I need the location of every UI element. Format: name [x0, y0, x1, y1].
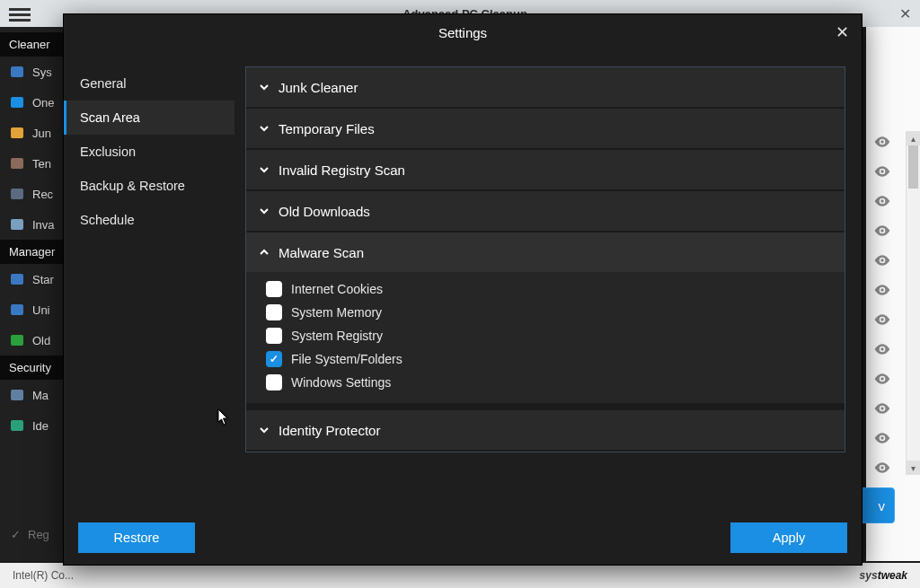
sidebar-item-icon	[9, 155, 25, 171]
sidebar-item-label: Old	[32, 334, 50, 347]
scroll-up-icon[interactable]: ▴	[907, 131, 920, 145]
visibility-eye-icon[interactable]	[873, 370, 891, 388]
chevron-down-icon	[259, 164, 270, 175]
checkbox[interactable]	[266, 304, 282, 320]
sidebar-item-label: Rec	[32, 188, 53, 201]
section-title: Junk Cleaner	[279, 80, 358, 95]
section-header[interactable]: Temporary Files	[246, 109, 845, 148]
section-title: Invalid Registry Scan	[279, 162, 405, 178]
cpu-label: Intel(R) Co...	[13, 569, 74, 582]
sidebar-item-icon	[9, 387, 25, 403]
visibility-eye-icon[interactable]	[873, 340, 891, 358]
chevron-down-icon	[259, 123, 270, 134]
scrollbar[interactable]: ▴ ▾	[906, 131, 920, 475]
sidebar-item-label: One	[32, 96, 55, 110]
scroll-thumb[interactable]	[908, 145, 918, 189]
checkbox-row[interactable]: System Registry	[266, 328, 828, 344]
brand-logo: systweak	[860, 569, 907, 582]
visibility-eye-icon[interactable]	[873, 429, 891, 447]
visibility-eye-icon[interactable]	[873, 459, 891, 477]
apply-button[interactable]: Apply	[730, 522, 847, 553]
restore-button[interactable]: Restore	[78, 522, 195, 553]
svg-rect-1	[11, 97, 23, 108]
settings-modal: Settings ✕ GeneralScan AreaExclusionBack…	[63, 13, 862, 566]
sidebar-item-icon	[9, 417, 25, 434]
sidebar-item-icon	[9, 125, 25, 141]
settings-nav-item[interactable]: Scan Area	[64, 101, 234, 135]
settings-nav-item[interactable]: Backup & Restore	[64, 169, 234, 203]
visibility-eye-icon[interactable]	[873, 192, 891, 210]
section-title: Malware Scan	[279, 245, 364, 260]
sidebar-item-label: Jun	[32, 127, 51, 140]
section-header[interactable]: Old Downloads	[246, 191, 845, 231]
right-gutter: ▴ ▾	[866, 27, 920, 561]
checkbox-label: File System/Folders	[291, 352, 402, 366]
chevron-down-icon	[259, 82, 270, 92]
sidebar-item-icon	[9, 94, 25, 110]
svg-rect-5	[11, 219, 23, 230]
visibility-eye-icon[interactable]	[873, 133, 891, 151]
section-title: Old Downloads	[279, 204, 370, 219]
svg-rect-8	[11, 335, 23, 346]
svg-rect-6	[11, 274, 23, 285]
settings-nav-item[interactable]: Exclusion	[64, 135, 234, 169]
sidebar-item-icon	[9, 271, 25, 287]
section-body: Internet Cookies System Memory System Re…	[246, 272, 845, 403]
visibility-eye-icon[interactable]	[873, 311, 891, 329]
check-icon: ✓	[11, 528, 21, 541]
sidebar-item-label: Ten	[32, 157, 51, 171]
settings-content: Junk Cleaner Temporary Files Invalid Reg…	[234, 50, 862, 511]
checkbox[interactable]	[266, 351, 282, 367]
section-header[interactable]: Malware Scan	[246, 233, 845, 272]
checkbox[interactable]	[266, 374, 282, 391]
checkbox[interactable]	[266, 281, 282, 297]
menu-icon[interactable]	[9, 5, 31, 22]
modal-title: Settings	[438, 25, 487, 40]
checkbox-row[interactable]: System Memory	[266, 304, 828, 320]
sidebar-item-icon	[9, 216, 25, 233]
checkbox-row[interactable]: Windows Settings	[266, 374, 828, 391]
checkbox-row[interactable]: File System/Folders	[266, 351, 828, 367]
visibility-eye-icon[interactable]	[873, 251, 891, 269]
checkbox-row[interactable]: Internet Cookies	[266, 281, 828, 297]
sidebar-item-icon	[9, 332, 25, 348]
section-title: Temporary Files	[279, 121, 375, 136]
sidebar-item-label: Ma	[32, 389, 49, 402]
svg-rect-9	[11, 390, 23, 400]
svg-rect-7	[11, 304, 23, 315]
checkbox-label: Internet Cookies	[291, 282, 383, 296]
visibility-eye-icon[interactable]	[873, 399, 891, 417]
sidebar-item-label: Ide	[32, 419, 49, 433]
sidebar-item-label: Inva	[32, 218, 55, 232]
sidebar-item-icon	[9, 302, 25, 318]
chevron-down-icon	[259, 425, 270, 435]
window-close-icon[interactable]: ✕	[899, 5, 911, 22]
visibility-eye-icon[interactable]	[873, 281, 891, 299]
section-header[interactable]: Identity Protector	[246, 410, 845, 450]
svg-rect-3	[11, 158, 23, 169]
checkbox-label: Windows Settings	[291, 375, 391, 390]
svg-rect-4	[11, 189, 23, 199]
sidebar-item-icon	[9, 64, 25, 80]
status-bar: Intel(R) Co... systweak	[0, 563, 920, 588]
checkbox[interactable]	[266, 328, 282, 344]
visibility-eye-icon[interactable]	[873, 222, 891, 240]
settings-nav: GeneralScan AreaExclusionBackup & Restor…	[64, 50, 234, 511]
checkbox-label: System Memory	[291, 305, 382, 320]
modal-header: Settings ✕	[64, 14, 862, 50]
section-title: Identity Protector	[279, 423, 380, 438]
scroll-down-icon[interactable]: ▾	[907, 461, 920, 475]
sidebar-item-label: Sys	[32, 66, 52, 79]
settings-nav-item[interactable]: General	[64, 66, 234, 101]
modal-close-button[interactable]: ✕	[831, 22, 853, 43]
settings-nav-item[interactable]: Schedule	[64, 203, 234, 237]
register-hint: ✓ Reg	[11, 518, 49, 550]
section-header[interactable]: Invalid Registry Scan	[246, 150, 845, 189]
visibility-eye-icon[interactable]	[873, 162, 891, 180]
svg-rect-10	[11, 420, 23, 431]
sidebar-item-label: Uni	[32, 303, 50, 317]
section-header[interactable]: Junk Cleaner	[246, 67, 845, 107]
svg-rect-0	[11, 66, 23, 77]
checkbox-label: System Registry	[291, 329, 383, 343]
chevron-down-icon	[259, 206, 270, 216]
